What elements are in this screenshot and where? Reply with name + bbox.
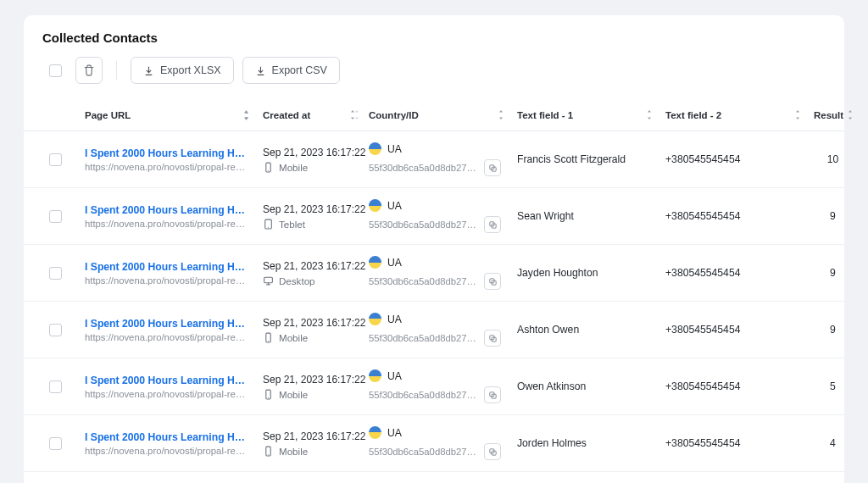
device-label: Mobile: [279, 332, 308, 343]
text-field-2: +380545545454: [665, 380, 814, 392]
page-url-text: https://novena.pro/novosti/propal-rezhim…: [85, 446, 246, 456]
sort-icon: [849, 110, 856, 119]
text-field-1: Sean Wright: [517, 210, 665, 222]
text-field-1: Owen Atkinson: [517, 380, 665, 392]
download-icon: [255, 65, 266, 76]
text-field-2: +380545545454: [665, 324, 814, 336]
device-label: Desktop: [279, 275, 315, 286]
row-checkbox[interactable]: [49, 324, 62, 336]
table-row: I Spent 2000 Hours Learning How To… http…: [24, 131, 844, 188]
copy-icon: [488, 391, 498, 400]
text-field-1: Ashton Owen: [517, 324, 665, 336]
page-link[interactable]: I Spent 2000 Hours Learning How To…: [85, 318, 246, 330]
copy-id-button[interactable]: [484, 273, 501, 290]
row-checkbox[interactable]: [49, 153, 62, 166]
page-url-text: https://novena.pro/novosti/propal-rezhim…: [85, 389, 246, 399]
text-field-1: Francis Scott Fitzgerald: [517, 153, 665, 165]
flag-icon: [369, 369, 381, 382]
created-at: Sep 21, 2023 16:17:22: [263, 430, 369, 442]
col-country-id[interactable]: Country/ID: [369, 110, 517, 120]
country-code: UA: [387, 427, 402, 439]
country-code: UA: [387, 314, 402, 325]
record-id: 55f30db6ca5a0d8db278ff195…: [369, 163, 479, 173]
page-link[interactable]: I Spent 2000 Hours Learning How To…: [85, 204, 246, 216]
sort-icon: [796, 110, 804, 119]
col-text-field-1[interactable]: Text field - 1: [517, 110, 665, 120]
trash-icon: [83, 64, 95, 76]
page-link[interactable]: I Spent 2000 Hours Learning How To…: [85, 261, 246, 273]
text-field-2: +380545545454: [665, 437, 814, 449]
device-label: Mobile: [279, 446, 308, 457]
copy-id-button[interactable]: [484, 330, 501, 347]
row-checkbox[interactable]: [49, 380, 62, 393]
text-field-2: +380545545454: [665, 267, 814, 279]
page-url-text: https://novena.pro/novosti/propal-rezhim…: [85, 219, 246, 229]
sort-icon: [648, 110, 655, 119]
result-value: 9: [814, 324, 852, 336]
country-code: UA: [387, 200, 402, 212]
result-value: 10: [814, 153, 852, 165]
copy-icon: [488, 164, 498, 173]
text-field-1: Jorden Holmes: [517, 437, 665, 449]
separator: [116, 61, 117, 80]
export-xlsx-button[interactable]: Export XLSX: [131, 57, 234, 84]
copy-icon: [488, 220, 498, 230]
export-xlsx-label: Export XLSX: [160, 64, 221, 76]
mobile-icon: [263, 389, 274, 400]
sort-icon: [351, 110, 359, 119]
text-field-2: +380545545454: [665, 153, 814, 165]
page-url-text: https://novena.pro/novosti/propal-rezhim…: [85, 162, 246, 172]
page-link[interactable]: I Spent 2000 Hours Learning How To…: [85, 431, 246, 443]
row-checkbox[interactable]: [49, 267, 62, 280]
flag-icon: [369, 313, 381, 325]
card-header: Collected Contacts: [24, 31, 844, 45]
table-row: I Spent 2000 Hours Learning How To… http…: [24, 472, 844, 483]
text-field-2: +380545545454: [665, 210, 814, 222]
select-all-checkbox[interactable]: [49, 64, 62, 77]
col-result[interactable]: Result: [814, 110, 852, 120]
page-url-text: https://novena.pro/novosti/propal-rezhim…: [85, 332, 246, 342]
page-link[interactable]: I Spent 2000 Hours Learning How To…: [85, 147, 246, 159]
page-title: Collected Contacts: [42, 31, 158, 45]
row-checkbox[interactable]: [49, 437, 62, 450]
delete-button[interactable]: [75, 57, 103, 84]
table-row: I Spent 2000 Hours Learning How To… http…: [24, 358, 844, 415]
export-csv-button[interactable]: Export CSV: [242, 57, 340, 84]
created-at: Sep 21, 2023 16:17:22: [263, 374, 369, 386]
sort-icon: [244, 110, 253, 120]
device-label: Teblet: [279, 219, 305, 230]
record-id: 55f30db6ca5a0d8db278ff195…: [369, 447, 479, 457]
table-row: I Spent 2000 Hours Learning How To… http…: [24, 245, 844, 302]
copy-id-button[interactable]: [484, 159, 501, 176]
row-checkbox[interactable]: [49, 210, 62, 223]
page-link[interactable]: I Spent 2000 Hours Learning How To…: [85, 375, 246, 386]
result-value: 9: [814, 210, 852, 222]
contacts-table: Page URL Created at Country/ID: [24, 99, 844, 483]
country-code: UA: [387, 257, 402, 269]
created-at: Sep 21, 2023 16:17:22: [263, 317, 369, 329]
contacts-card: Collected Contacts Export XLSX: [24, 15, 844, 483]
table-row: I Spent 2000 Hours Learning How To… http…: [24, 302, 844, 358]
flag-icon: [369, 142, 381, 155]
copy-id-button[interactable]: [484, 216, 501, 233]
col-created-at[interactable]: Created at: [263, 110, 369, 120]
export-csv-label: Export CSV: [272, 64, 327, 76]
copy-icon: [488, 277, 498, 286]
table-row: I Spent 2000 Hours Learning How To… http…: [24, 188, 844, 245]
created-at: Sep 21, 2023 16:17:22: [263, 203, 369, 215]
copy-id-button[interactable]: [484, 443, 501, 460]
mobile-icon: [263, 332, 274, 343]
download-icon: [143, 65, 154, 76]
record-id: 55f30db6ca5a0d8db278ff195…: [369, 219, 479, 230]
sort-icon: [499, 110, 507, 119]
table-row: I Spent 2000 Hours Learning How To… http…: [24, 415, 844, 472]
col-text-field-2[interactable]: Text field - 2: [665, 110, 814, 120]
flag-icon: [369, 199, 381, 212]
table-header: Page URL Created at Country/ID: [24, 99, 844, 131]
result-value: 9: [814, 267, 852, 279]
created-at: Sep 21, 2023 16:17:22: [263, 260, 369, 272]
record-id: 55f30db6ca5a0d8db278ff195…: [369, 390, 479, 400]
result-value: 5: [814, 380, 852, 392]
col-page-url[interactable]: Page URL: [85, 110, 263, 120]
copy-id-button[interactable]: [484, 386, 501, 403]
